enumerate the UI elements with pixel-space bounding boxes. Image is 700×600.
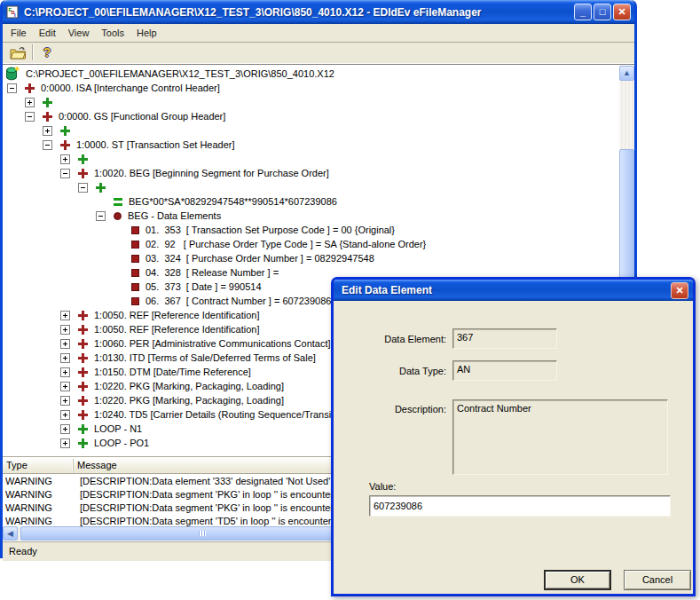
open-file-button[interactable] (6, 43, 29, 62)
tree-node-label: 06. 367 [ Contract Number ] = 607239086 (146, 296, 331, 306)
data-element-icon (131, 255, 139, 263)
tree-node[interactable] (3, 95, 619, 109)
cancel-button[interactable]: Cancel (624, 570, 691, 590)
close-button[interactable]: ✕ (613, 4, 631, 20)
tree-node[interactable]: 1:0000. ST [Transaction Set Header] (3, 138, 619, 152)
data-element-label: Data Element: (351, 334, 446, 344)
message-type: WARNING (3, 476, 76, 486)
expand-toggle[interactable] (96, 211, 106, 221)
expand-toggle[interactable] (60, 410, 70, 420)
toolbar: ? (3, 42, 634, 64)
status-text: Ready (9, 546, 37, 557)
tree-node[interactable]: 1:0020. BEG [Beginning Segment for Purch… (3, 166, 619, 180)
tree-node-label: 1:0220. PKG [Marking, Packaging, Loading… (94, 395, 284, 406)
dialog-title: Edit Data Element (342, 284, 671, 296)
ok-button[interactable]: OK (544, 570, 611, 590)
menu-item-tools[interactable]: Tools (95, 26, 130, 40)
tree-node-label: 0:0000. GS [Functional Group Header] (59, 111, 225, 122)
app-icon: E D I (6, 5, 20, 19)
tree-node-label: LOOP - PO1 (94, 438, 149, 448)
expand-toggle[interactable] (25, 112, 35, 122)
data-element-icon (131, 226, 139, 234)
help-button[interactable]: ? (35, 43, 59, 62)
expand-toggle[interactable] (60, 424, 70, 434)
tree-node[interactable]: 02. 92 [ Purchase Order Type Code ] = SA… (3, 237, 619, 251)
loop-icon (78, 438, 88, 448)
segment-icon (78, 169, 88, 178)
tree-node[interactable]: 03. 324 [ Purchase Order Number ] = 0829… (3, 251, 619, 265)
expand-toggle[interactable] (60, 396, 70, 406)
loop-icon (78, 424, 88, 434)
menu-item-file[interactable]: File (4, 26, 33, 40)
tree-node-label: 1:0150. DTM [Date/Time Reference] (94, 367, 251, 377)
tree-node-label: 1:0050. REF [Reference Identification] (94, 310, 260, 320)
data-elements-icon (114, 212, 122, 220)
help-icon: ? (43, 45, 51, 59)
expand-toggle[interactable] (60, 169, 70, 178)
expand-toggle[interactable] (60, 339, 70, 349)
scroll-left-arrow[interactable]: ◀ (3, 526, 18, 541)
description-field[interactable]: Contract Number (452, 399, 668, 475)
tree-node[interactable]: BEG - Data Elements (3, 209, 619, 223)
tree-root[interactable]: C:\PROJECT_00\EFILEMANAGER\X12_TEST_3\OR… (3, 67, 619, 81)
tree-node[interactable]: 0:0000. GS [Functional Group Header] (3, 109, 619, 123)
expand-toggle[interactable] (60, 311, 70, 320)
message-type: WARNING (3, 502, 76, 513)
expand-toggle[interactable] (60, 353, 70, 363)
open-folder-icon (10, 46, 27, 59)
data-element-icon (131, 241, 139, 249)
title-bar[interactable]: E D I C:\PROJECT_00\EFILEMANAGER\X12_TES… (3, 0, 634, 24)
message-type: WARNING (3, 516, 76, 526)
segment-icon (78, 367, 88, 377)
loop-icon (43, 98, 52, 107)
segment-icon (60, 140, 70, 150)
data-type-label: Data Type: (351, 366, 446, 376)
column-header-type[interactable]: Type (3, 459, 74, 473)
value-field[interactable]: 607239086 (369, 495, 671, 517)
tree-node[interactable] (3, 180, 619, 194)
maximize-button[interactable]: □ (594, 4, 611, 20)
expand-toggle[interactable] (7, 83, 17, 93)
edit-data-element-dialog: Edit Data Element ✕ Data Element: 367 Da… (331, 277, 696, 596)
menu-item-view[interactable]: View (62, 26, 96, 40)
tree-node[interactable] (3, 123, 619, 138)
expand-toggle[interactable] (60, 367, 70, 377)
expand-toggle[interactable] (78, 183, 88, 193)
dialog-close-button[interactable]: ✕ (671, 282, 688, 299)
menu-item-help[interactable]: Help (130, 26, 163, 40)
tree-node[interactable] (3, 152, 619, 166)
tree-node-label: LOOP - N1 (94, 423, 142, 434)
expand-toggle[interactable] (60, 438, 70, 448)
data-element-field[interactable]: 367 (452, 328, 557, 349)
segment-icon (78, 382, 88, 391)
tree-node[interactable]: 01. 353 [ Transaction Set Purpose Code ]… (3, 223, 619, 237)
message-type: WARNING (3, 489, 76, 500)
menu-item-edit[interactable]: Edit (33, 26, 62, 40)
dialog-title-bar[interactable]: Edit Data Element ✕ (334, 280, 693, 301)
expand-toggle[interactable] (25, 98, 35, 107)
data-element-icon (131, 283, 139, 291)
segment-icon (78, 396, 88, 406)
value-label: Value: (369, 481, 440, 492)
segment-icon (78, 353, 88, 363)
data-type-field[interactable]: AN (452, 360, 557, 381)
expand-toggle[interactable] (60, 154, 70, 164)
loop-icon (78, 154, 88, 164)
scroll-up-arrow[interactable]: ▲ (619, 66, 634, 81)
segment-icon (78, 325, 88, 335)
minimize-button[interactable]: _ (574, 4, 592, 20)
tree-node-label: 04. 328 [ Release Number ] = (146, 267, 279, 278)
tree-node-label: 1:0220. PKG [Marking, Packaging, Loading… (94, 381, 284, 391)
tree-node-label: 03. 324 [ Purchase Order Number ] = 0829… (146, 253, 374, 264)
expand-toggle[interactable] (60, 325, 70, 335)
tree-node[interactable]: BEG*00*SA*08292947548**990514*607239086 (3, 194, 619, 209)
tree-root-label: C:\PROJECT_00\EFILEMANAGER\X12_TEST_3\OR… (26, 68, 334, 79)
data-element-icon (131, 269, 139, 277)
expand-toggle[interactable] (43, 140, 52, 150)
expand-toggle[interactable] (43, 126, 52, 136)
tree-node-label: 0:0000. ISA [Interchange Control Header] (41, 83, 220, 93)
expand-toggle[interactable] (60, 382, 70, 391)
tree-node[interactable]: 0:0000. ISA [Interchange Control Header] (3, 81, 619, 95)
tree-node-label: 1:0130. ITD [Terms of Sale/Deferred Term… (94, 352, 316, 363)
tree-node-label: 1:0050. REF [Reference Identification] (94, 324, 260, 335)
